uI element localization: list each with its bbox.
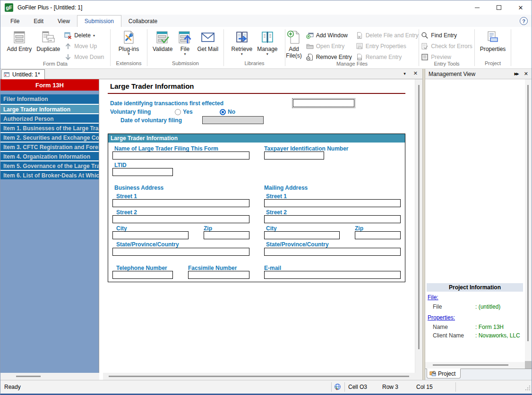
- scrollbar-thumb[interactable]: [433, 364, 508, 366]
- manage-library-button[interactable]: Manage ▾: [255, 29, 280, 57]
- sidebar-item-item3[interactable]: Item 3. CFTC Registration and Foreig: [0, 142, 99, 151]
- mailing-street1-input[interactable]: [264, 199, 401, 207]
- remove-entry-button[interactable]: Remove Entry: [306, 53, 352, 61]
- plug-ins-icon: [121, 30, 136, 45]
- get-mail-button[interactable]: Get Mail: [195, 29, 221, 53]
- plug-ins-button[interactable]: Plug-ins ▾: [116, 29, 141, 57]
- panel-horizontal-scrollbar[interactable]: [425, 362, 525, 369]
- close-button[interactable]: ✕: [510, 0, 532, 15]
- sidebar-item-item6[interactable]: Item 6. List of Broker-Deals At Whic: [0, 170, 99, 179]
- add-entry-label: Add Entry: [7, 46, 32, 52]
- email-input[interactable]: [264, 271, 401, 279]
- app-window: gF GoFiler Plus - [Untitled: 1] ✕ File E…: [0, 0, 532, 395]
- duplicate-button[interactable]: Duplicate: [34, 29, 62, 53]
- add-files-icon: [286, 30, 301, 45]
- management-view-panel: Management View ▶▶ ✕ Project Information…: [425, 69, 532, 380]
- scrollbar-thumb[interactable]: [109, 376, 409, 377]
- form-horizontal-scrollbar[interactable]: [103, 373, 415, 380]
- form-data-group-label: Form Data: [0, 61, 110, 68]
- file-row-label: File: [433, 303, 475, 310]
- minimize-button[interactable]: [466, 0, 488, 15]
- scrollbar-corner: [415, 373, 422, 380]
- sidebar-item-item1[interactable]: Item 1. Businesses of the Large Tra: [0, 123, 99, 132]
- menu-submission[interactable]: Submission: [77, 15, 121, 27]
- business-zip-input[interactable]: [204, 231, 249, 239]
- add-files-button[interactable]: Add File(s): [283, 29, 304, 60]
- sidebar-item-authorized-person[interactable]: Authorized Person: [0, 113, 99, 123]
- validate-button[interactable]: Validate: [150, 29, 175, 53]
- window-title: GoFiler Plus - [Untitled: 1]: [17, 4, 82, 11]
- mailing-street2-input[interactable]: [264, 215, 401, 223]
- scrollbar-thumb[interactable]: [418, 85, 420, 349]
- mailing-zip-input[interactable]: [355, 231, 401, 239]
- project-tab[interactable]: Project: [427, 369, 461, 378]
- group-separator: [511, 29, 511, 66]
- sidebar-item-item2[interactable]: Item 2. Securities and Exchange Co: [0, 132, 99, 142]
- delete-file-icon: [356, 32, 363, 39]
- add-window-label: Add Window: [316, 32, 348, 39]
- collapse-panel-icon[interactable]: ▶▶: [514, 72, 518, 76]
- check-for-errors-icon: [421, 42, 429, 50]
- properties-button[interactable]: Properties: [478, 29, 508, 53]
- business-city-input[interactable]: [112, 231, 189, 239]
- delete-button[interactable]: Delete ▾: [64, 32, 104, 39]
- menu-file[interactable]: File: [3, 16, 26, 27]
- close-panel-icon[interactable]: ✕: [524, 71, 528, 77]
- voluntary-yes-radio[interactable]: [175, 109, 181, 115]
- help-button[interactable]: ?: [520, 17, 528, 25]
- maximize-button[interactable]: [488, 0, 510, 15]
- mailing-city-input[interactable]: [264, 231, 340, 239]
- facsimile-input[interactable]: [188, 271, 249, 279]
- move-down-icon: [64, 53, 72, 61]
- business-street2-input[interactable]: [112, 215, 249, 223]
- ltid-input[interactable]: [112, 168, 173, 176]
- entry-properties-label: Entry Properties: [366, 43, 406, 50]
- sidebar-item-large-trader-information[interactable]: Large Trader Information: [0, 104, 99, 113]
- mailing-state-input[interactable]: [264, 248, 401, 256]
- name-input[interactable]: [112, 151, 249, 160]
- menu-view[interactable]: View: [51, 16, 77, 27]
- business-street1-input[interactable]: [112, 199, 249, 207]
- date-first-effected-input[interactable]: [293, 99, 354, 107]
- menu-edit[interactable]: Edit: [26, 16, 51, 27]
- file-submission-button[interactable]: File ▾: [175, 29, 195, 57]
- project-information: Project Information File: File (untitled…: [427, 283, 523, 341]
- workspace: Untitled: 1* ▾ ✕ Form 13H Filer Informat…: [0, 69, 532, 380]
- submission-group-label: Submission: [147, 60, 223, 68]
- voluntary-no-radio[interactable]: [220, 109, 226, 115]
- voluntary-yes-label: Yes: [183, 109, 193, 115]
- properties-link[interactable]: Properties:: [428, 314, 455, 321]
- file-link[interactable]: File:: [428, 294, 438, 301]
- ribbon-group-submission: Validate File ▾ Get Mail Submission: [147, 27, 223, 68]
- business-state-input[interactable]: [112, 248, 249, 256]
- document-tab[interactable]: Untitled: 1*: [1, 69, 45, 79]
- form-vertical-scrollbar[interactable]: [415, 79, 422, 373]
- sidebar-horizontal-scrollbar[interactable]: [0, 373, 99, 380]
- scrollbar-thumb[interactable]: [527, 85, 529, 341]
- libraries-group-label: Libraries: [224, 60, 285, 68]
- resize-grip[interactable]: [524, 385, 531, 392]
- check-for-errors-label: Check for Errors: [431, 43, 472, 50]
- project-tab-label: Project: [438, 370, 455, 377]
- minimize-icon: [475, 8, 480, 8]
- add-entry-button[interactable]: Add Entry: [4, 29, 34, 53]
- sidebar-item-item4[interactable]: Item 4. Organization Information: [0, 151, 99, 160]
- status-separator: [455, 382, 456, 392]
- tab-list-caret-icon[interactable]: ▾: [403, 71, 406, 76]
- telephone-input[interactable]: [112, 271, 173, 279]
- add-window-button[interactable]: Add Window: [306, 32, 352, 39]
- find-entry-button[interactable]: Find Entry: [421, 32, 472, 39]
- menu-bar: File Edit View Submission Collaborate ?: [0, 15, 532, 27]
- folder-icon: [306, 42, 314, 50]
- manage-files-group-label: Manage Files: [285, 61, 419, 68]
- document-tab-label: Untitled: 1*: [12, 71, 40, 78]
- panel-vertical-scrollbar[interactable]: [525, 79, 532, 362]
- scrollbar-thumb[interactable]: [16, 376, 41, 377]
- sidebar-item-filer-information[interactable]: Filer Information: [0, 94, 99, 104]
- close-document-icon[interactable]: ✕: [413, 70, 418, 76]
- menu-collaborate[interactable]: Collaborate: [121, 16, 164, 27]
- tin-input[interactable]: [264, 151, 324, 160]
- retrieve-button[interactable]: Retrieve ▾: [229, 29, 255, 57]
- telephone-label: Telephone Number: [116, 265, 167, 271]
- sidebar-item-item5[interactable]: Item 5. Governance of the Large Tra: [0, 160, 99, 170]
